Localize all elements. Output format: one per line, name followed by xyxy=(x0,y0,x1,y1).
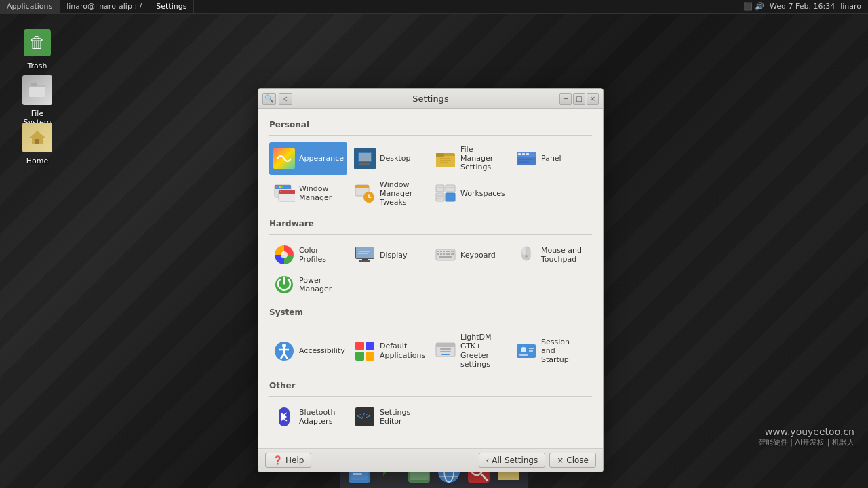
system-items-grid: Accessibility Default Applications xyxy=(269,330,592,371)
desktop-icon-trash[interactable]: 🗑 Trash xyxy=(14,24,61,73)
personal-items-grid: Appearance Desktop xyxy=(269,142,592,209)
svg-rect-19 xyxy=(518,153,521,155)
section-personal-divider xyxy=(269,135,592,136)
item-lightdm[interactable]: LightDM GTK+ Greeter settings xyxy=(431,330,509,371)
svg-text:</>: </> xyxy=(357,411,370,420)
section-other-header: Other xyxy=(269,381,592,390)
item-power[interactable]: Power Manager xyxy=(269,271,347,298)
defaultapps-label: Default Applications xyxy=(380,342,425,359)
wmtweaks-label: Window Manager Tweaks xyxy=(380,180,424,207)
section-hardware-header: Hardware xyxy=(269,219,592,228)
maximize-button[interactable]: □ xyxy=(573,93,585,105)
lightdm-label: LightDM GTK+ Greeter settings xyxy=(460,333,505,369)
svg-rect-37 xyxy=(436,193,444,201)
close-dialog-button[interactable]: × Close xyxy=(549,453,596,468)
item-settingseditor[interactable]: </> Settings Editor xyxy=(350,403,428,430)
item-windowmanager[interactable]: Window Manager xyxy=(269,178,347,210)
settings-dialog: 🔍 Settings − □ × Personal xyxy=(258,88,604,472)
svg-rect-66 xyxy=(522,247,526,255)
svg-rect-12 xyxy=(436,156,455,167)
search-button[interactable]: 🔍 xyxy=(262,93,276,105)
taskbar-top: Applications linaro@linaro-alip : / Sett… xyxy=(0,0,868,14)
close-window-button[interactable]: × xyxy=(587,93,599,105)
allsettings-icon: ‹ xyxy=(486,455,490,465)
mouse-icon xyxy=(515,244,537,266)
svg-rect-13 xyxy=(436,153,444,157)
colorprofiles-icon xyxy=(273,244,295,266)
minimize-button[interactable]: − xyxy=(559,93,572,105)
item-display[interactable]: Display xyxy=(350,241,428,268)
power-icon xyxy=(273,274,295,296)
svg-rect-63 xyxy=(451,253,454,255)
svg-rect-53 xyxy=(440,251,442,252)
taskbar-settings[interactable]: Settings xyxy=(149,0,194,14)
taskbar-applications[interactable]: Applications xyxy=(0,0,60,14)
svg-rect-99 xyxy=(353,473,362,475)
mouse-label: Mouse and Touchpad xyxy=(541,246,585,264)
svg-rect-83 xyxy=(440,351,451,352)
svg-rect-38 xyxy=(446,193,455,201)
svg-rect-87 xyxy=(519,354,528,356)
svg-rect-58 xyxy=(437,253,439,255)
filemanager-label: File Manager Settings xyxy=(460,145,505,172)
svg-rect-79 xyxy=(366,352,374,361)
svg-rect-27 xyxy=(279,186,281,188)
desktop-icon-home[interactable]: Home xyxy=(14,119,61,168)
item-session[interactable]: Session and Startup xyxy=(511,330,589,371)
svg-point-44 xyxy=(281,251,288,258)
svg-rect-56 xyxy=(448,251,450,252)
watermark-subtitle: 智能硬件 | AI开发板 | 机器人 xyxy=(758,437,854,447)
item-keyboard[interactable]: Keyboard xyxy=(431,241,509,268)
item-workspaces[interactable]: Workspaces xyxy=(431,178,509,210)
help-icon: ❓ xyxy=(273,455,283,465)
item-accessibility[interactable]: Accessibility xyxy=(269,330,347,371)
svg-rect-62 xyxy=(448,253,450,255)
item-mouse[interactable]: Mouse and Touchpad xyxy=(511,241,589,268)
workspaces-label: Workspaces xyxy=(460,189,505,198)
item-defaultapps[interactable]: Default Applications xyxy=(350,330,428,371)
wmtweaks-icon xyxy=(354,182,376,204)
item-panel[interactable]: Panel xyxy=(511,142,589,175)
item-bluetooth[interactable]: Bluetooth Adapters xyxy=(269,403,347,430)
svg-rect-78 xyxy=(355,352,364,361)
item-desktop[interactable]: Desktop xyxy=(350,142,428,175)
svg-rect-48 xyxy=(359,260,370,262)
dialog-window-controls: − □ × xyxy=(559,93,599,105)
windowmanager-label: Window Manager xyxy=(299,184,343,202)
svg-rect-64 xyxy=(439,256,452,258)
section-personal-header: Personal xyxy=(269,120,592,129)
svg-rect-55 xyxy=(446,251,448,252)
dialog-titlebar: 🔍 Settings − □ × xyxy=(258,89,603,109)
allsettings-button[interactable]: ‹ All Settings xyxy=(479,453,546,468)
lightdm-icon xyxy=(435,340,456,362)
svg-rect-31 xyxy=(280,191,281,192)
item-wmtweaks[interactable]: Window Manager Tweaks xyxy=(350,178,428,210)
trash-icon: 🗑 xyxy=(24,29,51,56)
section-hardware-divider xyxy=(269,234,592,235)
settingseditor-label: Settings Editor xyxy=(380,408,424,426)
item-colorprofiles[interactable]: Color Profiles xyxy=(269,241,347,268)
svg-rect-47 xyxy=(362,259,368,260)
svg-rect-54 xyxy=(443,251,445,252)
keyboard-label: Keyboard xyxy=(460,251,496,260)
svg-rect-21 xyxy=(526,153,529,155)
desktop-label: Desktop xyxy=(380,154,410,163)
appearance-icon xyxy=(273,148,295,169)
svg-rect-77 xyxy=(366,342,374,350)
help-button[interactable]: ❓ Help xyxy=(265,453,311,468)
svg-rect-20 xyxy=(522,153,525,155)
section-other-divider xyxy=(269,396,592,396)
svg-rect-7 xyxy=(362,162,368,163)
svg-rect-28 xyxy=(281,186,283,188)
item-appearance[interactable]: Appearance xyxy=(269,142,347,175)
back-button[interactable] xyxy=(279,93,292,105)
home-icon xyxy=(22,123,52,152)
windowmanager-icon xyxy=(273,182,295,204)
taskbar-terminal[interactable]: linaro@linaro-alip : / xyxy=(60,0,149,14)
svg-rect-2 xyxy=(31,83,37,86)
taskbar-top-right: ⬛ 🔊 Wed 7 Feb, 16:34 linaro xyxy=(743,2,869,11)
session-icon xyxy=(515,340,537,362)
item-filemanager[interactable]: File Manager Settings xyxy=(431,142,509,175)
svg-rect-84 xyxy=(441,354,450,355)
svg-rect-59 xyxy=(440,253,442,255)
